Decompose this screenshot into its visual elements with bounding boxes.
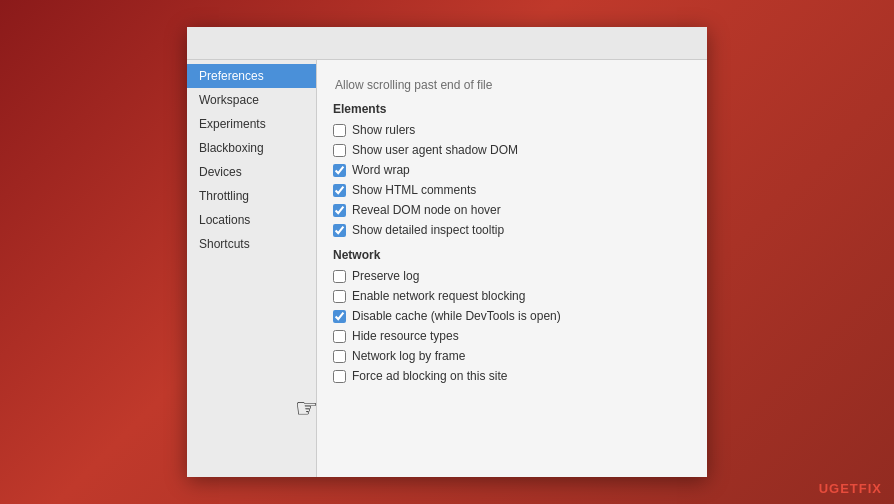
sidebar-item-experiments[interactable]: Experiments bbox=[187, 112, 316, 136]
sidebar-item-preferences[interactable]: Preferences bbox=[187, 64, 316, 88]
content-area: Allow scrolling past end of fileElements… bbox=[317, 60, 707, 477]
checkbox-row-show-html-comments: Show HTML comments bbox=[333, 180, 701, 200]
checkbox-row-show-detailed-inspect: Show detailed inspect tooltip bbox=[333, 220, 701, 240]
checkbox-label-show-html-comments[interactable]: Show HTML comments bbox=[352, 183, 476, 197]
checkbox-enable-network-request-blocking[interactable] bbox=[333, 290, 346, 303]
close-button[interactable] bbox=[679, 35, 695, 51]
section-label-elements: Elements bbox=[333, 102, 701, 116]
checkbox-label-show-rulers[interactable]: Show rulers bbox=[352, 123, 415, 137]
checkbox-hide-resource-types[interactable] bbox=[333, 330, 346, 343]
section-label-network: Network bbox=[333, 248, 701, 262]
watermark-accent: E bbox=[840, 481, 850, 496]
sidebar: PreferencesWorkspaceExperimentsBlackboxi… bbox=[187, 60, 317, 477]
checkbox-row-force-ad-blocking: Force ad blocking on this site bbox=[333, 366, 701, 386]
dialog-titlebar bbox=[187, 27, 707, 60]
checkbox-row-reveal-dom-node: Reveal DOM node on hover bbox=[333, 200, 701, 220]
watermark-prefix: UG bbox=[819, 481, 841, 496]
checkbox-show-shadow-dom[interactable] bbox=[333, 144, 346, 157]
checkbox-label-disable-cache[interactable]: Disable cache (while DevTools is open) bbox=[352, 309, 561, 323]
checkbox-row-word-wrap: Word wrap bbox=[333, 160, 701, 180]
checkbox-preserve-log[interactable] bbox=[333, 270, 346, 283]
content-header bbox=[317, 60, 707, 76]
checkbox-show-html-comments[interactable] bbox=[333, 184, 346, 197]
watermark-suffix: TFIX bbox=[850, 481, 882, 496]
sidebar-item-throttling[interactable]: Throttling bbox=[187, 184, 316, 208]
content-scroll[interactable]: Allow scrolling past end of fileElements… bbox=[317, 76, 707, 477]
checkbox-label-force-ad-blocking[interactable]: Force ad blocking on this site bbox=[352, 369, 507, 383]
checkbox-label-show-shadow-dom[interactable]: Show user agent shadow DOM bbox=[352, 143, 518, 157]
checkbox-force-ad-blocking[interactable] bbox=[333, 370, 346, 383]
checkbox-reveal-dom-node[interactable] bbox=[333, 204, 346, 217]
dialog-body: PreferencesWorkspaceExperimentsBlackboxi… bbox=[187, 60, 707, 477]
checkbox-word-wrap[interactable] bbox=[333, 164, 346, 177]
watermark: UGETFIX bbox=[819, 481, 882, 496]
checkbox-label-enable-network-request-blocking[interactable]: Enable network request blocking bbox=[352, 289, 525, 303]
checkbox-row-network-log-by-frame: Network log by frame bbox=[333, 346, 701, 366]
checkbox-row-show-rulers: Show rulers bbox=[333, 120, 701, 140]
sidebar-item-blackboxing[interactable]: Blackboxing bbox=[187, 136, 316, 160]
checkbox-label-preserve-log[interactable]: Preserve log bbox=[352, 269, 419, 283]
checkbox-row-hide-resource-types: Hide resource types bbox=[333, 326, 701, 346]
checkbox-label-hide-resource-types[interactable]: Hide resource types bbox=[352, 329, 459, 343]
checkbox-row-enable-network-request-blocking: Enable network request blocking bbox=[333, 286, 701, 306]
sidebar-item-devices[interactable]: Devices bbox=[187, 160, 316, 184]
checkbox-network-log-by-frame[interactable] bbox=[333, 350, 346, 363]
sidebar-item-locations[interactable]: Locations bbox=[187, 208, 316, 232]
checkbox-disable-cache[interactable] bbox=[333, 310, 346, 323]
checkbox-row-disable-cache: Disable cache (while DevTools is open) bbox=[333, 306, 701, 326]
settings-dialog: PreferencesWorkspaceExperimentsBlackboxi… bbox=[187, 27, 707, 477]
checkbox-show-rulers[interactable] bbox=[333, 124, 346, 137]
checkbox-row-show-shadow-dom: Show user agent shadow DOM bbox=[333, 140, 701, 160]
truncated-setting: Allow scrolling past end of file bbox=[333, 76, 701, 94]
sidebar-item-workspace[interactable]: Workspace bbox=[187, 88, 316, 112]
checkbox-show-detailed-inspect[interactable] bbox=[333, 224, 346, 237]
checkbox-label-show-detailed-inspect[interactable]: Show detailed inspect tooltip bbox=[352, 223, 504, 237]
checkbox-label-word-wrap[interactable]: Word wrap bbox=[352, 163, 410, 177]
checkbox-label-reveal-dom-node[interactable]: Reveal DOM node on hover bbox=[352, 203, 501, 217]
checkbox-label-network-log-by-frame[interactable]: Network log by frame bbox=[352, 349, 465, 363]
checkbox-row-preserve-log: Preserve log bbox=[333, 266, 701, 286]
sidebar-item-shortcuts[interactable]: Shortcuts bbox=[187, 232, 316, 256]
